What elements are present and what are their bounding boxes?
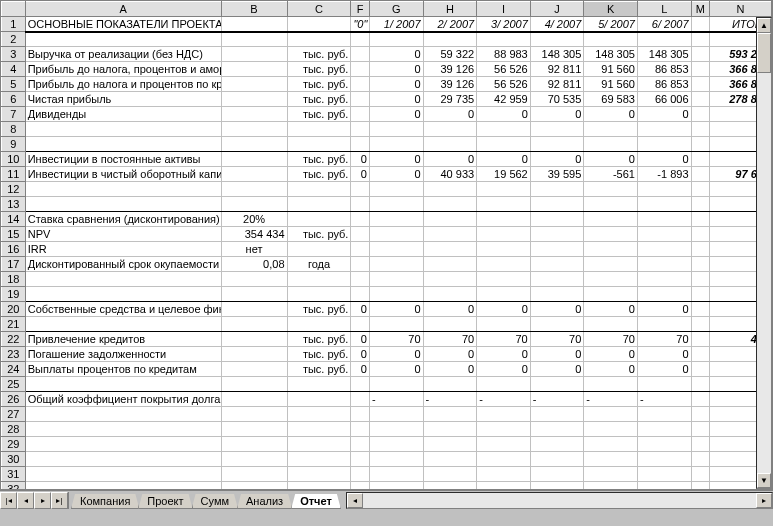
cell[interactable] — [691, 437, 710, 452]
cell[interactable]: 0 — [423, 152, 477, 167]
row-header-30[interactable]: 30 — [2, 452, 26, 467]
cell[interactable]: 70 — [369, 332, 423, 347]
cell[interactable]: 0 — [637, 152, 691, 167]
tab-nav-next[interactable]: ▸ — [34, 492, 51, 509]
cell[interactable]: 66 006 — [637, 92, 691, 107]
cell[interactable]: 0 — [369, 362, 423, 377]
cell[interactable] — [221, 197, 287, 212]
cell[interactable] — [351, 392, 370, 407]
cell[interactable] — [477, 242, 531, 257]
cell[interactable]: 70 — [423, 332, 477, 347]
scroll-v-thumb[interactable] — [757, 33, 771, 73]
cell[interactable]: Привлечение кредитов — [25, 332, 221, 347]
cell[interactable]: 0 — [369, 302, 423, 317]
cell[interactable] — [637, 212, 691, 227]
cell[interactable] — [221, 272, 287, 287]
cell[interactable] — [287, 452, 351, 467]
cell[interactable]: Дисконтированный срок окупаемости — [25, 257, 221, 272]
cell[interactable] — [530, 422, 584, 437]
cell[interactable] — [691, 242, 710, 257]
cell[interactable]: Собственные средства и целевое финансиро… — [25, 302, 221, 317]
cell[interactable] — [477, 32, 531, 47]
cell[interactable] — [423, 482, 477, 491]
cell[interactable] — [530, 32, 584, 47]
cell[interactable] — [477, 422, 531, 437]
cell[interactable] — [423, 287, 477, 302]
cell[interactable] — [287, 407, 351, 422]
cell[interactable] — [287, 137, 351, 152]
cell[interactable]: 20% — [221, 212, 287, 227]
cell[interactable] — [637, 377, 691, 392]
cell[interactable] — [369, 242, 423, 257]
cell[interactable]: "0" — [351, 17, 370, 32]
cell[interactable] — [423, 422, 477, 437]
cell[interactable] — [637, 422, 691, 437]
cell[interactable]: 0 — [530, 347, 584, 362]
row-header-19[interactable]: 19 — [2, 287, 26, 302]
cell[interactable] — [584, 482, 638, 491]
cell[interactable]: 0 — [423, 302, 477, 317]
cell[interactable] — [423, 212, 477, 227]
cell[interactable]: 0 — [637, 362, 691, 377]
cell[interactable] — [477, 452, 531, 467]
cell[interactable] — [691, 62, 710, 77]
cell[interactable] — [530, 257, 584, 272]
cell[interactable] — [351, 77, 370, 92]
col-header-M[interactable]: M — [691, 2, 710, 17]
cell[interactable]: 0 — [584, 362, 638, 377]
cell[interactable] — [691, 137, 710, 152]
cell[interactable] — [287, 17, 351, 32]
cell[interactable] — [584, 467, 638, 482]
cell[interactable] — [530, 407, 584, 422]
cell[interactable] — [691, 392, 710, 407]
cell[interactable] — [351, 257, 370, 272]
cell[interactable]: 92 811 — [530, 62, 584, 77]
cell[interactable] — [584, 122, 638, 137]
cell[interactable] — [637, 242, 691, 257]
cell[interactable]: 86 853 — [637, 77, 691, 92]
cell[interactable]: 70 — [477, 332, 531, 347]
scroll-down-button[interactable]: ▼ — [757, 473, 771, 488]
cell[interactable] — [637, 482, 691, 491]
cell[interactable] — [221, 392, 287, 407]
cell[interactable] — [369, 437, 423, 452]
scroll-v-track[interactable] — [757, 33, 771, 473]
cell[interactable] — [477, 467, 531, 482]
cell[interactable] — [287, 212, 351, 227]
cell[interactable]: 70 — [530, 332, 584, 347]
cell[interactable]: 70 535 — [530, 92, 584, 107]
cell[interactable] — [637, 197, 691, 212]
row-header-31[interactable]: 31 — [2, 467, 26, 482]
cell[interactable] — [25, 452, 221, 467]
cell[interactable] — [423, 257, 477, 272]
cell[interactable] — [691, 272, 710, 287]
cell[interactable]: Чистая прибыль — [25, 92, 221, 107]
row-header-27[interactable]: 27 — [2, 407, 26, 422]
cell[interactable] — [477, 482, 531, 491]
cell[interactable]: тыс. руб. — [287, 167, 351, 182]
cell[interactable] — [530, 467, 584, 482]
row-header-15[interactable]: 15 — [2, 227, 26, 242]
spreadsheet-grid[interactable]: A B C F G H I J K L M N 1ОСНОВНЫЕ ПОКАЗА… — [1, 1, 772, 490]
cell[interactable] — [423, 242, 477, 257]
cell[interactable] — [25, 377, 221, 392]
cell[interactable]: 0 — [530, 302, 584, 317]
cell[interactable]: 0 — [351, 347, 370, 362]
cell[interactable] — [369, 287, 423, 302]
cell[interactable] — [477, 407, 531, 422]
cell[interactable]: 56 526 — [477, 62, 531, 77]
cell[interactable]: Выручка от реализации (без НДС) — [25, 47, 221, 62]
cell[interactable] — [637, 437, 691, 452]
cell[interactable]: 354 434 — [221, 227, 287, 242]
cell[interactable] — [584, 377, 638, 392]
cell[interactable]: 148 305 — [530, 47, 584, 62]
cell[interactable] — [691, 422, 710, 437]
cell[interactable] — [637, 287, 691, 302]
row-header-11[interactable]: 11 — [2, 167, 26, 182]
cell[interactable] — [351, 452, 370, 467]
cell[interactable] — [287, 377, 351, 392]
cell[interactable]: 3/ 2007 — [477, 17, 531, 32]
cell[interactable] — [287, 422, 351, 437]
cell[interactable] — [221, 467, 287, 482]
cell[interactable] — [637, 467, 691, 482]
